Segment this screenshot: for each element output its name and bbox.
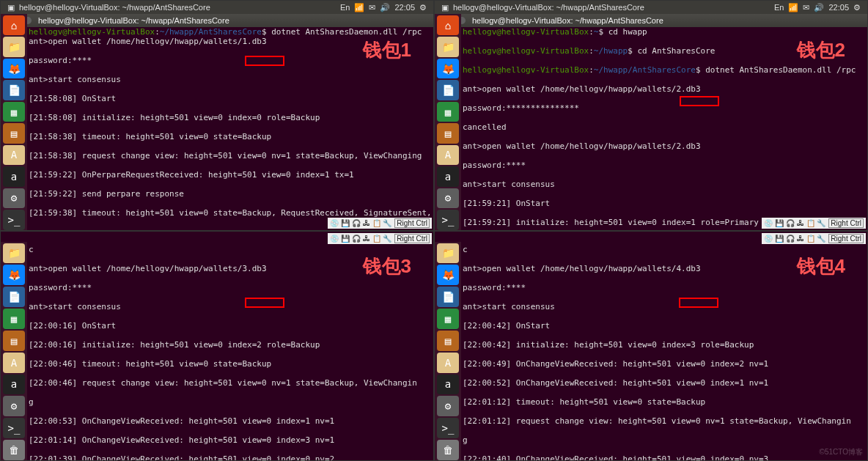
log-line: [22:01:14] OnChangeViewReceived: height=… [29, 435, 430, 445]
software-icon[interactable]: A [3, 145, 25, 165]
settings-icon[interactable]: ⚙ [437, 396, 459, 416]
writer-icon[interactable]: 📄 [3, 287, 25, 307]
log-line: [21:59:22] OnPerpareRequestReceived: hei… [29, 170, 430, 180]
gear-icon[interactable]: ⚙ [853, 3, 861, 12]
gear-icon[interactable]: ⚙ [419, 3, 427, 12]
impress-icon[interactable]: ▤ [3, 123, 25, 143]
vb-icons[interactable]: 💿 💾 🎧 🖧 📋 🔧 [330, 235, 391, 243]
mail-icon[interactable]: ✉ [369, 3, 375, 12]
gnome-topbar: ▣ hellogv@hellogv-VirtualBox: ~/hwapp/An… [435, 1, 867, 14]
log-line: [21:58:08] initialize: height=501 view=0… [29, 113, 430, 122]
firefox-icon[interactable]: 🦊 [3, 59, 25, 78]
virtualbox-statusbar: 💿 💾 🎧 🖧 📋 🔧 Right Ctrl [762, 218, 866, 229]
log-line: [22:01:12] timeout: height=501 view=0 st… [463, 397, 864, 407]
amazon-icon[interactable]: a [437, 166, 459, 186]
writer-icon[interactable]: 📄 [3, 80, 25, 100]
log-line: [22:00:49] OnChangeViewReceived: height=… [463, 359, 864, 369]
vb-icons[interactable]: 💿 💾 🎧 🖧 📋 🔧 [764, 235, 825, 243]
terminal-icon: ▣ [441, 3, 449, 12]
log-line: [21:58:38] request change view: height=5… [29, 151, 430, 161]
log-line: [22:00:52] OnChangeViewReceived: height=… [463, 378, 864, 388]
amazon-icon[interactable]: a [437, 375, 459, 395]
writer-icon[interactable]: 📄 [437, 287, 459, 307]
wallet-label: 钱包4 [797, 254, 845, 279]
log-line: [21:59:38] timeout: height=501 view=0 st… [29, 208, 430, 218]
amazon-icon[interactable]: a [3, 166, 25, 186]
log-line: password:*************** [463, 103, 864, 113]
virtualbox-statusbar: 💿 💾 🎧 🖧 📋 🔧 Right Ctrl [328, 218, 432, 229]
vb-hostkey: Right Ctrl [828, 234, 864, 243]
clock[interactable]: 22:05 [394, 3, 415, 12]
trash-icon[interactable]: 🗑 [437, 440, 459, 460]
vb-hostkey: Right Ctrl [394, 234, 430, 243]
virtualbox-statusbar: 💿 💾 🎧 🖧 📋 🔧 Right Ctrl [328, 233, 432, 244]
firefox-icon[interactable]: 🦊 [437, 59, 459, 78]
files-icon[interactable]: 📁 [3, 37, 25, 56]
dash-icon[interactable]: ⌂ [437, 15, 459, 35]
wallet-label: 钱包1 [363, 37, 411, 63]
vb-hostkey: Right Ctrl [828, 218, 864, 228]
calc-icon[interactable]: ▦ [437, 309, 459, 329]
writer-icon[interactable]: 📄 [437, 80, 459, 100]
vb-icons[interactable]: 💿 💾 🎧 🖧 📋 🔧 [764, 219, 825, 227]
impress-icon[interactable]: ▤ [437, 331, 459, 351]
term-icon[interactable]: >_ [3, 210, 25, 229]
log-line: g [29, 397, 430, 407]
settings-icon[interactable]: ⚙ [437, 188, 459, 208]
unity-launcher: 📁 🦊 📄 ▦ ▤ A a ⚙ >_ 🗑 [1, 242, 27, 461]
log-line: password:**** [29, 283, 430, 292]
log-line: ant>start consensus [29, 302, 430, 311]
lang-indicator[interactable]: En [340, 3, 350, 12]
impress-icon[interactable]: ▤ [3, 331, 25, 351]
unity-launcher: ⌂ 📁 🦊 📄 ▦ ▤ A a ⚙ >_ [1, 14, 27, 230]
log-line: [21:59:21] OnStart [463, 199, 864, 208]
vm-pane-wallet-2: ▣ hellogv@hellogv-VirtualBox: ~/hwapp/An… [434, 0, 868, 231]
vb-icons[interactable]: 💿 💾 🎧 🖧 📋 🔧 [330, 219, 391, 227]
log-line: [22:00:42] OnStart [463, 321, 864, 331]
watermark: ©51CTO博客 [820, 447, 863, 457]
log-line: ant>start consensus [463, 302, 864, 311]
log-line: [22:01:39] OnChangeViewReceived: height=… [29, 454, 430, 462]
lang-indicator[interactable]: En [774, 3, 784, 12]
software-icon[interactable]: A [437, 145, 459, 165]
volume-icon[interactable]: 🔊 [814, 3, 824, 12]
calc-icon[interactable]: ▦ [3, 102, 25, 122]
wallet-label: 钱包2 [797, 37, 845, 63]
firefox-icon[interactable]: 🦊 [437, 265, 459, 285]
log-line: password:**** [463, 283, 864, 292]
trash-icon[interactable]: 🗑 [3, 440, 25, 460]
firefox-icon[interactable]: 🦊 [3, 265, 25, 285]
software-icon[interactable]: A [437, 353, 459, 373]
term-icon[interactable]: >_ [437, 210, 459, 229]
software-icon[interactable]: A [3, 353, 25, 373]
log-line: [22:00:46] request change view: height=5… [29, 378, 430, 388]
mail-icon[interactable]: ✉ [803, 3, 809, 12]
files-icon[interactable]: 📁 [437, 243, 459, 264]
log-line: password:**** [463, 161, 864, 170]
files-icon[interactable]: 📁 [3, 243, 25, 264]
settings-icon[interactable]: ⚙ [3, 188, 25, 208]
impress-icon[interactable]: ▤ [437, 123, 459, 143]
files-icon[interactable]: 📁 [437, 37, 459, 56]
log-line: ant>open wallet /home/hellogv/hwapp/wall… [463, 84, 864, 94]
term-icon[interactable]: >_ [3, 418, 25, 438]
log-line: [21:59:22] send perpare response [29, 189, 430, 199]
calc-icon[interactable]: ▦ [3, 309, 25, 329]
terminal-titlebar: hellogv@hellogv-VirtualBox: ~/hwapp/AntS… [435, 14, 867, 27]
calc-icon[interactable]: ▦ [437, 102, 459, 122]
unity-launcher: 📁 🦊 📄 ▦ ▤ A a ⚙ >_ 🗑 [435, 242, 461, 461]
log-line: [22:00:46] timeout: height=501 view=0 st… [29, 359, 430, 369]
window-title: hellogv@hellogv-VirtualBox: ~/hwapp/AntS… [19, 3, 210, 12]
log-line: [22:01:12] request change view: height=5… [463, 416, 864, 426]
gnome-topbar: ▣ hellogv@hellogv-VirtualBox: ~/hwapp/An… [1, 1, 433, 14]
term-icon[interactable]: >_ [437, 418, 459, 438]
network-icon[interactable]: 📶 [788, 3, 798, 12]
network-icon[interactable]: 📶 [354, 3, 364, 12]
terminal-title: hellogv@hellogv-VirtualBox: ~/hwapp/AntS… [472, 16, 663, 25]
dash-icon[interactable]: ⌂ [3, 15, 25, 35]
vm-pane-wallet-3: 💿 💾 🎧 🖧 📋 🔧 Right Ctrl 📁 🦊 📄 ▦ ▤ A a ⚙ >… [0, 231, 434, 462]
volume-icon[interactable]: 🔊 [380, 3, 390, 12]
clock[interactable]: 22:05 [828, 3, 849, 12]
amazon-icon[interactable]: a [3, 375, 25, 395]
settings-icon[interactable]: ⚙ [3, 396, 25, 416]
